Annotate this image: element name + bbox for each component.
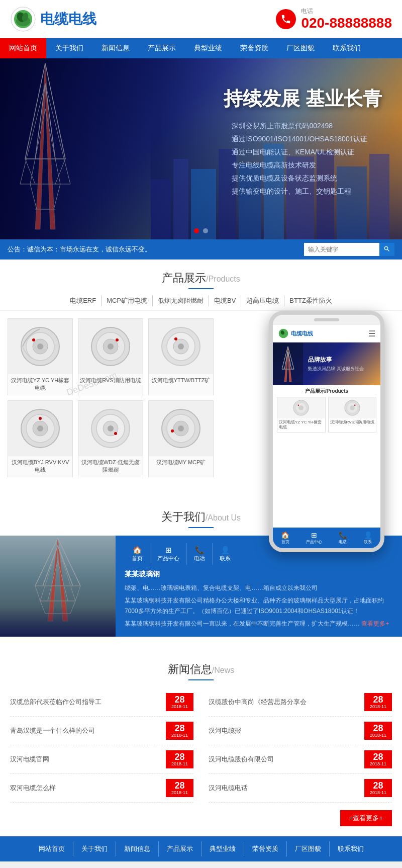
product-card-1[interactable]: 汉河电缆RVS消防用电缆 <box>78 318 143 395</box>
nav-item-news[interactable]: 新闻信息 <box>92 38 139 58</box>
nav-item-typical[interactable]: 典型业绩 <box>185 38 231 58</box>
product-name-3: 汉河电缆BYJ RVV KVV电线 <box>8 456 72 477</box>
news-title-3[interactable]: 汉河电缆报 <box>209 726 359 735</box>
site-header: 电缆电线 电话 020-88888888 <box>0 0 402 38</box>
nav-item-contact[interactable]: 联系我们 <box>324 38 370 58</box>
svg-point-34 <box>116 338 119 341</box>
svg-point-62 <box>298 405 304 410</box>
news-title-2[interactable]: 青岛汉缆是一个什么样的公司 <box>10 726 161 735</box>
footer-nav-news[interactable]: 新闻信息 <box>116 841 159 856</box>
search-area <box>304 243 394 256</box>
news-title-7[interactable]: 汉河电缆电话 <box>209 784 359 793</box>
about-tab-contact[interactable]: 👤 联系 <box>213 543 238 565</box>
news-title-5[interactable]: 汉河电缆股份有限公司 <box>209 755 359 764</box>
nav-item-about[interactable]: 关于我们 <box>46 38 92 58</box>
product-card-3[interactable]: 汉河电缆BYJ RVV KVV电线 <box>8 400 73 477</box>
news-date-4: 28 2018-11 <box>166 750 193 768</box>
phone-nav-products[interactable]: ⊞ 产品中心 <box>306 531 322 545</box>
more-news-button[interactable]: +查看更多+ <box>340 810 392 826</box>
phone-nav-contact[interactable]: 👤 联系 <box>364 531 372 545</box>
notice-text: 公告：诚信为本：市场永远在支，诚信永远不变。 <box>8 245 151 254</box>
news-section: 新闻信息/News 汉缆总部代表莅临作公司指导工 28 2018-11 青岛汉缆… <box>0 652 402 836</box>
phone-menu-icon[interactable]: ☰ <box>368 329 375 338</box>
news-item-0: 汉缆总部代表莅临作公司指导工 28 2018-11 <box>10 688 193 717</box>
footer-info: 广东某某电缆有限公司 电话：020-88888888 邮箱：88888888@q… <box>0 861 402 868</box>
phone-products: 汉河电缆YZ YC YH橡套电缆 汉河电 <box>273 397 380 432</box>
search-icon <box>383 245 390 252</box>
product-card-5[interactable]: 汉河电缆MY MCP矿 <box>148 400 214 477</box>
search-input[interactable] <box>304 243 379 256</box>
about-read-more[interactable]: 查看更多+ <box>361 620 389 627</box>
svg-point-48 <box>108 425 114 431</box>
products-divider <box>188 288 214 289</box>
nav-item-products[interactable]: 产品展示 <box>139 38 185 58</box>
svg-point-33 <box>108 343 114 350</box>
svg-point-38 <box>178 343 184 350</box>
cable-roll-1 <box>88 324 133 369</box>
product-name-4: 汉河电缆WDZ-低烟无卤阻燃耐 <box>78 456 143 477</box>
footer-nav: 网站首页 关于我们 新闻信息 产品展示 典型业绩 荣誉资质 厂区图貌 联系我们 <box>0 836 402 861</box>
news-item-1: 汉缆股份中高尚《经营思路分享会 28 2018-11 <box>209 688 392 717</box>
notice-bar: 公告：诚信为本：市场永远在支，诚信永远不变。 <box>0 239 402 259</box>
phone-brand-sub: 甄选汉河品牌 真诚服务社会 <box>308 366 380 372</box>
nav-item-factory[interactable]: 厂区图貌 <box>277 38 324 58</box>
phone-product-name-1: 汉河电缆RVS消防用电缆 <box>329 418 376 426</box>
logo[interactable]: 电缆电线 <box>10 6 96 32</box>
product-card-0[interactable]: 汉河电缆YZ YC YH橡套电缆 <box>8 318 73 395</box>
news-month-0: 2018-11 <box>169 704 190 709</box>
search-button[interactable] <box>379 243 394 256</box>
about-tab-home[interactable]: 🏠 首页 <box>125 543 150 565</box>
footer-nav-typical[interactable]: 典型业绩 <box>202 841 244 856</box>
product-tab-3[interactable]: 电缆BV <box>209 295 241 306</box>
banner: 持续发展 基业长青 深圳交易所上市股票代码002498 通过ISO9001/IS… <box>0 58 402 239</box>
svg-marker-5 <box>35 63 55 229</box>
product-tab-1[interactable]: MCP矿用电缆 <box>102 295 153 306</box>
product-name-1: 汉河电缆RVS消防用电缆 <box>78 374 143 387</box>
product-name-0: 汉河电缆YZ YC YH橡套电缆 <box>8 374 72 395</box>
news-title: 新闻信息/News <box>10 657 392 679</box>
footer-nav-about[interactable]: 关于我们 <box>73 841 116 856</box>
footer-nav-contact[interactable]: 联系我们 <box>330 841 372 856</box>
news-title-6[interactable]: 双河电缆怎么样 <box>10 784 161 793</box>
banner-content: 持续发展 基业长青 深圳交易所上市股票代码002498 通过ISO9001/IS… <box>224 86 382 200</box>
dot-2[interactable] <box>203 228 208 233</box>
product-tab-0[interactable]: 电缆ERF <box>65 295 102 306</box>
banner-bullet-6: 提供输变电的设计、施工、交钥匙工程 <box>224 187 382 196</box>
news-date-7: 28 2018-11 <box>364 779 392 797</box>
footer-nav-factory[interactable]: 厂区图貌 <box>287 841 330 856</box>
phone-nav-home[interactable]: 🏠 首页 <box>281 531 289 545</box>
news-title-1[interactable]: 汉缆股份中高尚《经营思路分享会 <box>209 698 359 707</box>
mobile-mockup: 电缆电线 ☰ 品 <box>269 311 394 562</box>
about-tab-phone[interactable]: 📞 电话 <box>187 543 213 565</box>
product-tab-2[interactable]: 低烟无卤阻燃耐 <box>153 295 209 306</box>
phone-product-0[interactable]: 汉河电缆YZ YC YH橡套电缆 <box>277 397 326 432</box>
dot-1[interactable] <box>194 228 199 233</box>
products-title: 产品展示/Products <box>0 259 402 288</box>
product-tab-4[interactable]: 超高压电缆 <box>241 295 284 306</box>
about-tab-products[interactable]: ⊞ 产品中心 <box>150 543 187 565</box>
svg-point-49 <box>114 432 117 435</box>
main-nav: 网站首页 关于我们 新闻信息 产品展示 典型业绩 荣誉资质 厂区图貌 联系我们 <box>0 38 402 58</box>
svg-line-74 <box>35 586 40 601</box>
nav-item-home[interactable]: 网站首页 <box>0 38 46 58</box>
svg-point-66 <box>350 405 355 410</box>
phone-product-1[interactable]: 汉河电缆RVS消防用电缆 <box>328 397 377 432</box>
product-card-2[interactable]: 汉河电缆YTTW/BTTZ矿 <box>148 318 214 395</box>
nav-item-honor[interactable]: 荣誉资质 <box>231 38 277 58</box>
about-intro-1: 绕架、电……玻璃钢电表箱、复合电缆支架、电……箱自成立以来我公司 <box>125 583 393 593</box>
phone-nav-phone[interactable]: 📞 电话 <box>339 531 347 545</box>
svg-line-11 <box>25 159 35 184</box>
product-tabs: 电缆ERF MCP矿用电缆 低烟无卤阻燃耐 电缆BV 超高压电缆 BTTZ柔性防… <box>0 295 402 311</box>
banner-bullet-3: 通过中国电能认证、KEMA/UL检测认证 <box>224 148 382 157</box>
news-title-0[interactable]: 汉缆总部代表莅临作公司指导工 <box>10 698 161 707</box>
product-card-4[interactable]: 汉河电缆WDZ-低烟无卤阻燃耐 <box>78 400 143 477</box>
news-title-4[interactable]: 汉河电缆官网 <box>10 755 161 764</box>
footer-nav-products[interactable]: 产品展示 <box>159 841 202 856</box>
footer-nav-honor[interactable]: 荣誉资质 <box>244 841 287 856</box>
footer-nav-home[interactable]: 网站首页 <box>31 841 73 856</box>
svg-line-75 <box>75 586 80 601</box>
product-tab-5[interactable]: BTTZ柔性防火 <box>284 295 337 306</box>
news-item-2: 青岛汉缆是一个什么样的公司 28 2018-11 <box>10 717 193 745</box>
svg-rect-16 <box>173 159 188 239</box>
product-name-2: 汉河电缆YTTW/BTTZ矿 <box>149 374 213 387</box>
